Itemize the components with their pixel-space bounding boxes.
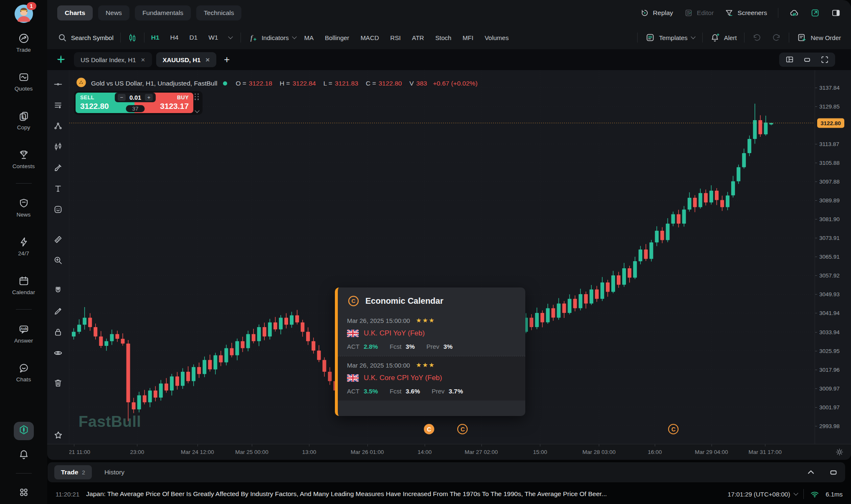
close-icon[interactable]: × [205,56,210,63]
sidebar-item-answer[interactable]: Ask Answer [0,314,47,353]
tab-charts[interactable]: Charts [57,5,93,20]
sidebar-item-trade[interactable]: Trade [0,23,47,62]
calendar-event[interactable]: Mar 26, 2025 15:00:00★★★U.K. CPI YoY (Fe… [338,312,525,356]
apps-grid-icon[interactable] [18,486,30,498]
tab-technicals[interactable]: Technicals [196,5,241,20]
contests-icon [18,149,30,161]
minimize-icon[interactable] [803,55,812,64]
timeframe-h1[interactable]: H1 [151,34,160,41]
sidebar-item-247[interactable]: 24/7 [0,227,47,266]
layout-grid-icon[interactable] [785,55,794,64]
lightning-icon [18,236,30,248]
editor-label: Editor [697,9,714,17]
maximize-icon[interactable] [828,467,838,477]
sidebar-item-charting-active[interactable] [14,422,34,440]
zoom-in-tool-icon[interactable] [53,255,63,265]
collapse-chevron-up-icon[interactable] [806,467,816,477]
trendlines-tool-icon[interactable] [53,100,63,110]
indicator-ma[interactable]: MA [304,34,314,41]
calendar-event[interactable]: Mar 26, 2025 15:00:00★★★U.K. Core CPI Yo… [338,356,525,401]
time-axis[interactable]: Mar 21 11:0023:00Mar 24 12:00Mar 25 00:0… [47,444,851,460]
templates-button[interactable]: Templates [645,33,694,43]
replay-label: Replay [653,9,673,17]
indicator-shortcuts: MABollingerMACDRSIATRStochMFIVolumes [304,34,520,41]
sidebar-item-copy[interactable]: $ Copy [0,101,47,140]
event-title: U.K. CPI YoY (Feb) [364,329,425,338]
pitchfork-tool-icon[interactable] [53,121,63,131]
redo-icon[interactable] [771,33,781,43]
sidebar-item-news[interactable]: News [0,188,47,227]
magnet-tool-icon[interactable] [53,285,63,295]
candles-tool-icon[interactable] [53,142,63,152]
emoji-tool-icon[interactable] [53,204,63,214]
news-ticker-headline[interactable]: Japan: The Average Price Of Beer Is Grea… [86,490,721,498]
cloud-sync-icon[interactable] [789,8,799,18]
crosshair-add-icon[interactable] [56,54,66,64]
favorites-star-icon[interactable] [53,430,63,441]
user-avatar[interactable]: 1 [14,4,33,23]
ruler-tool-icon[interactable] [53,234,63,244]
lock-tool-icon[interactable] [53,327,63,337]
eye-tool-icon[interactable] [53,348,63,358]
indicator-atr[interactable]: ATR [412,34,424,41]
pencil-tool-icon[interactable] [53,306,63,316]
settings-gear-icon[interactable] [835,447,844,457]
server-clock[interactable]: 17:01:29 (UTC+08:00) [727,491,798,498]
news-shield-icon [18,197,30,209]
new-tab-icon[interactable]: + [224,54,230,66]
chart-tab-xauusd-h1[interactable]: XAUUSD, H1 × [156,52,217,67]
trash-tool-icon[interactable] [53,378,63,388]
widget-handle[interactable] [195,93,199,113]
importance-stars: ★★★ [416,361,435,369]
price-tick-label: 3129.85 [819,103,840,110]
notifications-bell-icon[interactable] [18,449,30,460]
hline-tool-icon[interactable] [53,79,63,89]
indicator-rsi[interactable]: RSI [390,34,401,41]
symbol-search[interactable]: Search Symbol [57,33,114,43]
editor-button[interactable]: Editor [684,8,714,18]
new-order-button[interactable]: New Order [797,33,841,43]
indicators-button[interactable]: f Indicators [248,33,296,43]
tab-trade[interactable]: Trade2 [54,465,92,479]
tab-history[interactable]: History [98,465,131,479]
indicator-bollinger[interactable]: Bollinger [325,34,349,41]
panel-toggle-icon[interactable] [831,8,841,18]
sidebar-item-chats[interactable]: Chats [0,353,47,392]
price-tick-mark [815,219,817,219]
time-tick-mark [655,444,655,446]
screeners-button[interactable]: Screeners [724,8,767,18]
timeframe-h4[interactable]: H4 [170,34,179,41]
timeframe-w1[interactable]: W1 [208,34,218,41]
indicator-macd[interactable]: MACD [360,34,379,41]
chevron-down-icon[interactable] [228,34,233,39]
indicator-volumes[interactable]: Volumes [485,34,509,41]
candle-style-button[interactable] [127,33,137,43]
sidebar-item-quotes[interactable]: Quotes [0,62,47,101]
indicator-mfi[interactable]: MFI [463,34,474,41]
sidebar-item-contests[interactable]: Contests [0,140,47,179]
time-tick-mark [137,444,137,446]
price-tick-mark [815,88,817,88]
chart-tab-label: XAUUSD, H1 [163,56,201,63]
tab-news[interactable]: News [98,5,129,20]
alert-button[interactable]: Alert [710,33,737,43]
economic-calendar-marker[interactable]: C [424,424,434,434]
brush-tool-icon[interactable] [53,163,63,173]
close-icon[interactable]: × [141,56,145,63]
indicator-stoch[interactable]: Stoch [435,34,451,41]
timeframe-d1[interactable]: D1 [189,34,198,41]
tab-fundamentals[interactable]: Fundamentals [135,5,191,20]
sidebar-item-calendar[interactable]: Calendar [0,266,47,305]
external-link-icon[interactable] [810,8,820,18]
replay-button[interactable]: Replay [640,8,673,18]
undo-icon[interactable] [752,33,762,43]
quantity-decrease-button[interactable]: − [118,94,126,101]
chart-canvas[interactable]: Gold vs US Dollar, H1, Unadjusted, FastB… [69,70,814,444]
timeframe-group: H1H4D1W1 [151,34,229,41]
fullscreen-icon[interactable] [820,55,829,64]
time-tick-label: Mar 31 17:00 [748,449,782,455]
quantity-increase-button[interactable]: + [145,94,153,101]
chart-tab-us-dollar-index-h1[interactable]: US Dollar Index, H1 × [74,52,152,67]
text-tool-icon[interactable] [53,184,63,194]
price-axis[interactable]: 3137.843129.853113.873105.883097.883089.… [815,70,851,444]
